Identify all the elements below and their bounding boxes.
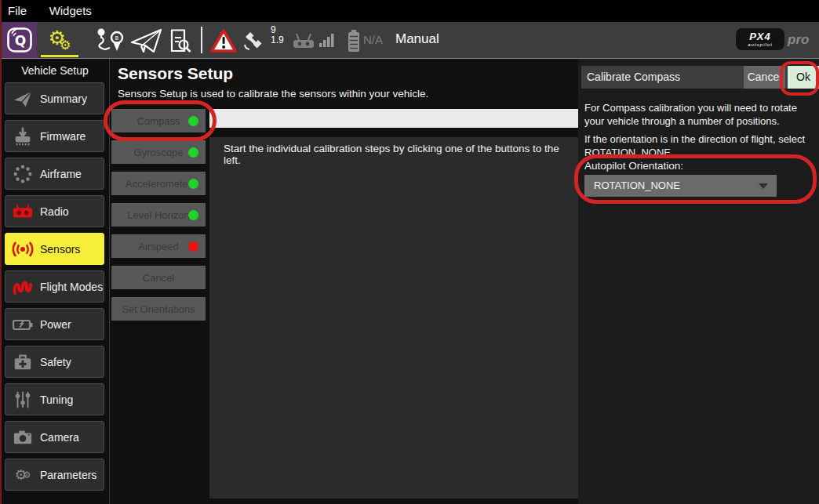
calibration-instruction-text: Start the individual calibration steps b…: [224, 143, 578, 166]
panel-title: Calibrate Compass: [587, 66, 680, 89]
gears-icon: ⚙⚙: [5, 466, 40, 484]
gps-values: 9 1.9: [271, 25, 284, 45]
sidebar-item-sensors[interactable]: Sensors: [5, 233, 104, 265]
firmware-download-icon: [5, 126, 40, 147]
sidebar-item-safety[interactable]: Safety: [5, 346, 104, 378]
sidebar-item-tuning[interactable]: Tuning: [5, 383, 104, 415]
waypoint-route-icon: B: [94, 27, 127, 55]
page-title: Sensors Setup: [118, 64, 233, 83]
sidebar-item-radio[interactable]: Radio: [5, 195, 104, 227]
paper-plane-icon: [130, 27, 163, 54]
orientation-help-text: If the orientation is in the direction o…: [584, 133, 818, 159]
panel-header: Calibrate Compass Cancel Ok: [581, 66, 819, 89]
compass-button[interactable]: Compass: [111, 109, 206, 132]
gps-hdop: 1.9: [271, 35, 284, 45]
accelerometer-status-dot: [188, 179, 198, 189]
radio-transmitter-icon: [5, 201, 40, 222]
battery-icon: [345, 28, 362, 53]
autopilot-orientation-dropdown[interactable]: ROTATION_NONE: [584, 175, 777, 197]
gyroscope-status-dot: [188, 147, 198, 158]
airspeed-status-dot: [188, 241, 198, 252]
compass-calibration-help-text: For Compass calibration you will need to…: [584, 102, 818, 128]
sidebar-item-flight-modes[interactable]: Flight Modes: [5, 270, 104, 303]
menu-bar: File Widgets: [0, 0, 819, 22]
signal-strength-indicator: [319, 33, 337, 51]
toolbar: Q ⚙⚙ B: [0, 22, 819, 59]
gyroscope-button[interactable]: Gyroscope: [111, 140, 206, 164]
compass-status-dot: [188, 116, 198, 126]
battery-indicator[interactable]: [345, 28, 362, 56]
sidebar-item-camera[interactable]: Camera: [5, 421, 104, 453]
log-document-icon: [166, 28, 194, 53]
level-horizon-button[interactable]: Level Horizon: [111, 203, 206, 227]
camera-icon: [5, 428, 40, 447]
calibration-progress-bar: [209, 109, 578, 128]
qgroundcontrol-window: File Widgets Q ⚙⚙ B: [0, 0, 819, 504]
satellite-icon: [240, 28, 267, 53]
rc-transmitter-icon: [292, 31, 315, 50]
cancel-button[interactable]: Cancel: [744, 66, 785, 89]
sliders-icon: [5, 390, 40, 410]
page-subtitle: Sensors Setup is used to calibrate the s…: [118, 88, 428, 100]
orientation-selected-value: ROTATION_NONE: [594, 175, 680, 197]
svg-text:B: B: [115, 35, 119, 42]
vehicle-setup-tab[interactable]: ⚙⚙: [41, 22, 78, 55]
warning-triangle-icon: [210, 28, 237, 53]
svg-text:Q: Q: [15, 33, 26, 49]
ok-button[interactable]: Ok: [788, 66, 819, 89]
px4-autopilot-logo: PX4 autopilot: [736, 28, 784, 50]
vehicle-setup-sidebar: Vehicle Setup Summary Firmware Airframe: [0, 59, 110, 504]
qgc-q-icon: Q: [6, 27, 33, 53]
sidebar-item-parameters[interactable]: ⚙⚙ Parameters: [5, 459, 104, 491]
power-battery-icon: [5, 315, 40, 334]
battery-status-text: N/A: [363, 33, 383, 46]
window-left-edge: [0, 0, 2, 504]
airspeed-button[interactable]: Airspeed: [111, 234, 206, 258]
analyze-tab[interactable]: [166, 28, 194, 56]
toolbar-separator: [201, 27, 202, 53]
sensors-signal-icon: [5, 239, 40, 259]
plan-tab[interactable]: B: [94, 27, 127, 58]
sidebar-item-power[interactable]: Power: [5, 308, 104, 340]
menu-widgets[interactable]: Widgets: [40, 0, 101, 22]
gps-indicator[interactable]: [240, 28, 267, 56]
sidebar-divider: [109, 59, 110, 504]
paper-plane-icon: [5, 89, 40, 109]
fly-tab[interactable]: [130, 27, 163, 57]
set-orientations-button[interactable]: Set Orientations: [111, 297, 206, 321]
sidebar-item-firmware[interactable]: Firmware: [5, 120, 104, 152]
vehicle-messages-indicator[interactable]: [210, 28, 237, 56]
flight-mode-indicator[interactable]: Manual: [395, 31, 439, 47]
active-tab-underline: [41, 55, 78, 57]
px4-pro-label: pro: [788, 32, 809, 48]
signal-bars-icon: [319, 33, 337, 48]
chevron-down-icon: [759, 183, 768, 189]
cancel-calibration-button[interactable]: Cancel: [111, 266, 206, 289]
autopilot-orientation-label: Autopilot Orientation:: [584, 160, 683, 172]
qgroundcontrol-logo-icon[interactable]: Q: [2, 22, 37, 58]
accelerometer-button[interactable]: Accelerometer: [111, 172, 206, 195]
sidebar-title: Vehicle Setup: [0, 64, 110, 77]
dotted-circle-icon: [5, 164, 40, 184]
menu-file[interactable]: File: [0, 0, 36, 22]
sidebar-item-summary[interactable]: Summary: [5, 82, 104, 114]
flight-modes-wave-icon: [5, 277, 40, 297]
calibration-log-panel: Start the individual calibration steps b…: [209, 137, 578, 499]
sidebar-item-airframe[interactable]: Airframe: [5, 158, 104, 190]
calibrate-compass-panel: Calibrate Compass Cancel Ok For Compass …: [578, 59, 819, 504]
rc-rssi-indicator[interactable]: [292, 31, 315, 53]
first-aid-kit-icon: [5, 352, 40, 372]
gear-icon: ⚙: [60, 38, 71, 52]
level-horizon-status-dot: [188, 210, 198, 220]
